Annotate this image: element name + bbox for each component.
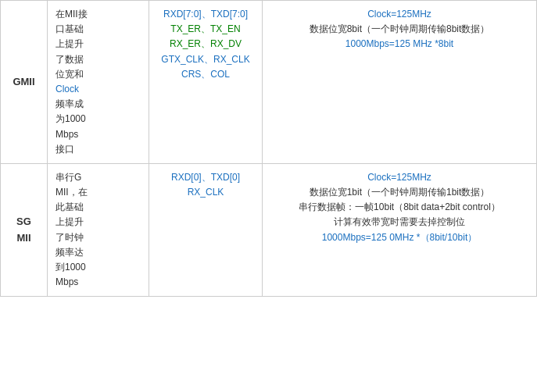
- interface-name-sgmii: SGMII: [1, 163, 48, 297]
- gmii-info: Clock=125MHz 数据位宽8bit（一个时钟周期传输8bit数据） 10…: [263, 1, 537, 164]
- interface-name-gmii: GMII: [1, 1, 48, 164]
- table-row: GMII 在MII接 口基础 上提升 了数据 位宽和 Clock 频率成 为10…: [1, 1, 537, 164]
- gmii-description: 在MII接 口基础 上提升 了数据 位宽和 Clock 频率成 为1000 Mb…: [48, 1, 149, 164]
- sgmii-signals: RXD[0]、TXD[0] RX_CLK: [149, 163, 263, 297]
- table-row: SGMII 串行G MII，在 此基础 上提升 了时钟 频率达 到1000 Mb…: [1, 163, 537, 297]
- sgmii-description: 串行G MII，在 此基础 上提升 了时钟 频率达 到1000 Mbps: [48, 163, 149, 297]
- sgmii-info: Clock=125MHz 数据位宽1bit（一个时钟周期传输1bit数据） 串行…: [263, 163, 537, 297]
- gmii-signals: RXD[7:0]、TXD[7:0] TX_ER、TX_EN RX_ER、RX_D…: [149, 1, 263, 164]
